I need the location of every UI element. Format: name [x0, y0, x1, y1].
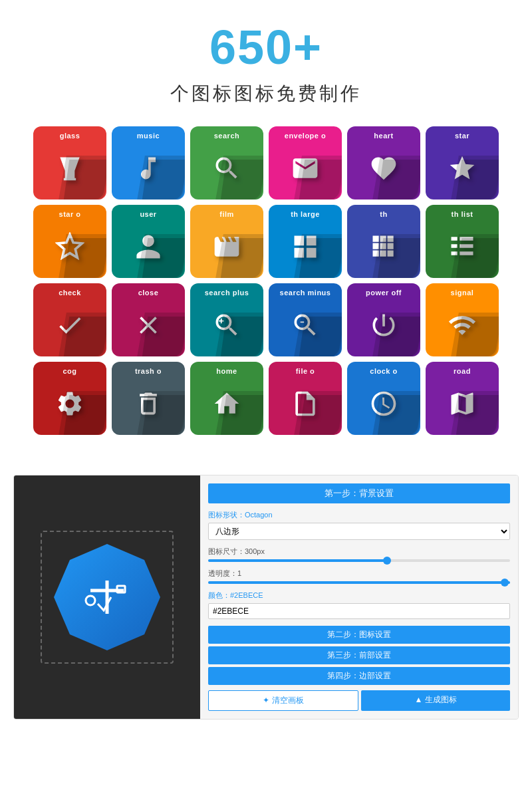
icon-label-file-o: file o: [269, 367, 342, 375]
preview-icon-wrapper: [41, 531, 174, 664]
size-label: 图标尺寸：300px: [208, 547, 510, 557]
icon-cell-envelope-o[interactable]: envelope o: [269, 126, 342, 200]
step1-title: 第一步：背景设置: [208, 483, 510, 503]
generate-button[interactable]: ▲ 生成图标: [361, 690, 510, 711]
icon-cell-cog[interactable]: cog: [33, 362, 106, 435]
icon-symbol-power-off: [369, 311, 398, 340]
icon-label-clock-o: clock o: [347, 367, 420, 375]
icon-label-road: road: [426, 367, 499, 375]
icon-cell-power-off[interactable]: power off: [347, 283, 420, 356]
bottom-buttons: ✦ 清空画板 ▲ 生成图标: [208, 690, 510, 711]
icon-label-music: music: [112, 132, 185, 140]
svg-point-3: [86, 596, 95, 605]
icon-symbol-road: [448, 389, 477, 418]
icon-symbol-star: [448, 154, 477, 183]
color-input[interactable]: [208, 603, 510, 619]
icon-cell-search[interactable]: search: [190, 126, 263, 200]
clear-button[interactable]: ✦ 清空画板: [208, 690, 358, 711]
icon-label-th: th: [347, 210, 420, 218]
icon-cell-film[interactable]: film: [190, 205, 263, 278]
icon-cell-trash-o[interactable]: trash o: [112, 362, 185, 435]
hero-subtitle: 个图标图标免费制作: [170, 81, 362, 106]
icon-label-signal: signal: [426, 289, 499, 297]
icon-label-star: star: [426, 132, 499, 140]
step3-bar[interactable]: 第三步：前部设置: [208, 646, 510, 664]
icon-symbol-check: [55, 311, 84, 340]
bottom-section: 第一步：背景设置 图标形状：Octagon 八边形 图标尺寸：300px 透明度…: [13, 475, 519, 720]
icon-symbol-envelope-o: [291, 154, 320, 183]
icon-label-th-list: th list: [426, 210, 499, 218]
icon-label-th-large: th large: [269, 210, 342, 218]
shape-section: 图标形状：Octagon 八边形: [208, 510, 510, 540]
icon-label-search-minus: search minus: [269, 289, 342, 297]
icon-cell-search-plus[interactable]: search plus: [190, 283, 263, 356]
icon-label-check: check: [33, 289, 106, 297]
size-slider[interactable]: [208, 559, 510, 562]
icon-symbol-th: [369, 232, 398, 261]
icon-cell-star[interactable]: star: [426, 126, 499, 200]
step4-bar[interactable]: 第四步：边部设置: [208, 667, 510, 685]
icon-symbol-cog: [55, 389, 84, 418]
shape-label: 图标形状：Octagon: [208, 510, 510, 520]
transparency-section: 透明度：1: [208, 569, 510, 584]
icon-symbol-film: [212, 232, 241, 261]
icon-cell-th[interactable]: th: [347, 205, 420, 278]
icon-label-power-off: power off: [347, 289, 420, 297]
icon-cell-search-minus[interactable]: search minus: [269, 283, 342, 356]
icon-label-envelope-o: envelope o: [269, 132, 342, 140]
color-section: 颜色：#2EBECE: [208, 591, 510, 619]
icon-symbol-signal: [448, 311, 477, 340]
icon-cell-th-list[interactable]: th list: [426, 205, 499, 278]
icon-symbol-search: [212, 154, 241, 183]
icon-symbol-close: [134, 311, 163, 340]
icon-symbol-music: [134, 154, 163, 183]
shape-select[interactable]: 八边形: [208, 523, 510, 540]
icon-label-heart: heart: [347, 132, 420, 140]
icon-label-glass: glass: [33, 132, 106, 140]
usb-icon-bg: [54, 544, 160, 650]
icon-cell-th-large[interactable]: th large: [269, 205, 342, 278]
icon-cell-home[interactable]: home: [190, 362, 263, 435]
icon-label-home: home: [190, 367, 263, 375]
icon-cell-star-o[interactable]: star o: [33, 205, 106, 278]
icon-cell-road[interactable]: road: [426, 362, 499, 435]
icons-grid: glassmusicsearchenvelope oheartstarstar …: [33, 126, 499, 435]
icon-label-search: search: [190, 132, 263, 140]
settings-panel: 第一步：背景设置 图标形状：Octagon 八边形 图标尺寸：300px 透明度…: [200, 475, 518, 719]
icon-symbol-th-list: [448, 232, 477, 261]
color-label: 颜色：#2EBECE: [208, 591, 510, 600]
icon-cell-music[interactable]: music: [112, 126, 185, 200]
icon-cell-clock-o[interactable]: clock o: [347, 362, 420, 435]
step2-bar[interactable]: 第二步：图标设置: [208, 626, 510, 644]
icon-symbol-glass: [55, 154, 84, 183]
size-section: 图标尺寸：300px: [208, 547, 510, 562]
icon-symbol-home: [212, 389, 241, 418]
icon-label-trash-o: trash o: [112, 367, 185, 375]
icon-symbol-clock-o: [369, 389, 398, 418]
transparency-slider[interactable]: [208, 581, 510, 584]
icon-cell-glass[interactable]: glass: [33, 126, 106, 200]
icon-cell-user[interactable]: user: [112, 205, 185, 278]
icon-symbol-search-plus: [212, 311, 241, 340]
icon-symbol-file-o: [291, 389, 320, 418]
icon-label-search-plus: search plus: [190, 289, 263, 297]
icon-symbol-star-o: [55, 232, 84, 261]
usb-icon: [80, 577, 134, 617]
icon-cell-signal[interactable]: signal: [426, 283, 499, 356]
icon-symbol-trash-o: [134, 389, 163, 418]
icon-symbol-heart: [369, 154, 398, 183]
icon-cell-file-o[interactable]: file o: [269, 362, 342, 435]
icon-label-star-o: star o: [33, 210, 106, 218]
icon-cell-close[interactable]: close: [112, 283, 185, 356]
icon-label-user: user: [112, 210, 185, 218]
icon-symbol-user: [134, 232, 163, 261]
preview-panel: [14, 475, 200, 719]
icon-label-cog: cog: [33, 367, 106, 375]
icon-label-film: film: [190, 210, 263, 218]
icon-cell-check[interactable]: check: [33, 283, 106, 356]
icon-label-close: close: [112, 289, 185, 297]
icon-symbol-th-large: [291, 232, 320, 261]
hero-title: 650+: [209, 20, 323, 74]
icon-cell-heart[interactable]: heart: [347, 126, 420, 200]
icon-symbol-search-minus: [291, 311, 320, 340]
